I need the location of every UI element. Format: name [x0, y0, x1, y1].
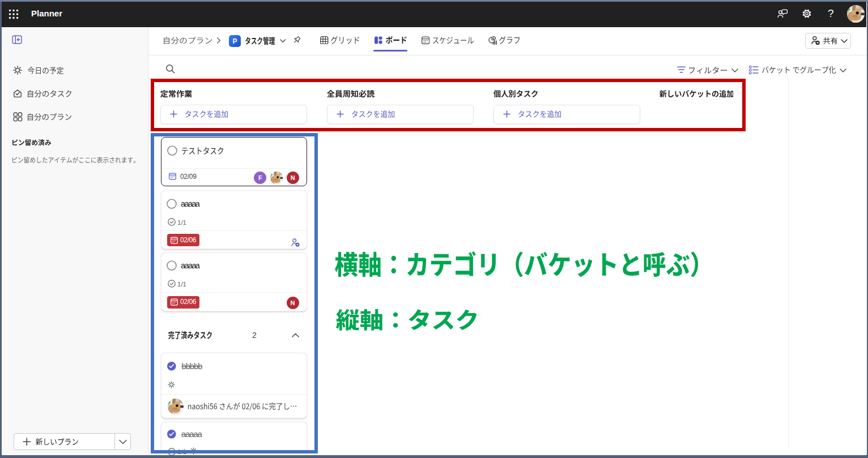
svg-text:P: P	[232, 37, 237, 45]
